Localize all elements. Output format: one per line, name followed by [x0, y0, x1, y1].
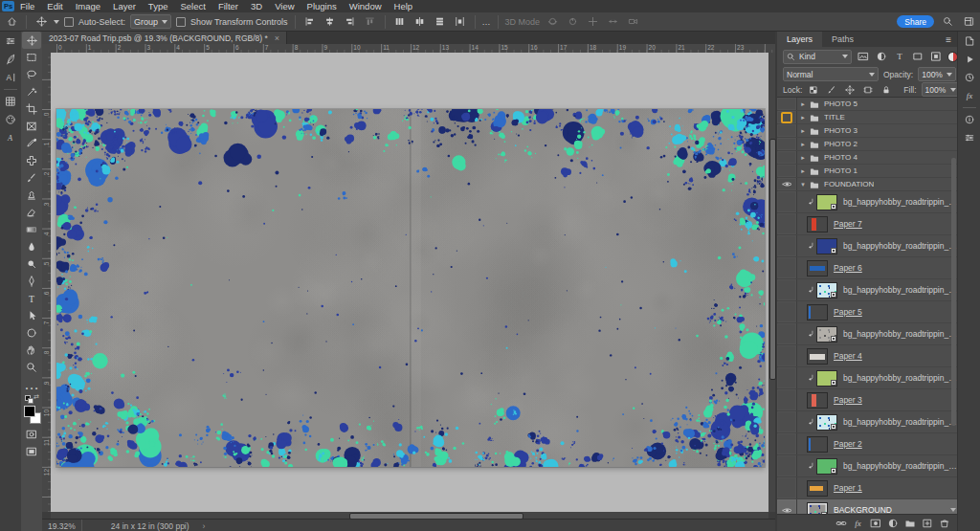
- layer-row-bg-happyhobby-roadtrippin-pp22[interactable]: bg_happyhobby_roadtrippin_pp22: [777, 323, 957, 345]
- tool-clone-stamp[interactable]: [22, 187, 41, 204]
- layer-name[interactable]: bg_happyhobby_roadtrippin_sp11 copy 2: [843, 461, 957, 471]
- layer-name[interactable]: FOUNDATION: [824, 180, 874, 188]
- layer-thumbnail[interactable]: [816, 282, 837, 299]
- tab-layers[interactable]: Layers: [777, 32, 822, 47]
- layer-row-paper-7[interactable]: Paper 7: [777, 213, 957, 235]
- visibility-toggle[interactable]: [777, 98, 797, 110]
- layer-thumbnail[interactable]: [816, 326, 837, 343]
- layer-name[interactable]: bg_happyhobby_roadtrippin_sp4 copy 2: [843, 241, 957, 251]
- visibility-eye-icon[interactable]: [777, 178, 797, 190]
- glyphs-panel-icon[interactable]: A: [1, 129, 20, 146]
- pasteboard[interactable]: [51, 53, 768, 512]
- layer-name[interactable]: bg_happyhobby_roadtrippin_pp22: [843, 329, 957, 339]
- tool-marquee[interactable]: [22, 49, 41, 66]
- tool-blur[interactable]: [22, 238, 41, 255]
- new-layer-button[interactable]: [920, 516, 934, 530]
- status-menu-chevron[interactable]: ›: [203, 521, 206, 531]
- layer-name[interactable]: Paper 7: [834, 219, 862, 229]
- menu-item-select[interactable]: Select: [180, 1, 205, 11]
- layer-name[interactable]: Paper 2: [834, 439, 862, 449]
- new-adjustment-layer-button[interactable]: [885, 516, 900, 530]
- filter-smart-objects-icon[interactable]: [929, 50, 943, 63]
- layer-name[interactable]: PHOTO 1: [824, 166, 858, 175]
- tool-shape-ellipse[interactable]: [22, 324, 41, 342]
- lock-transparency-icon[interactable]: [807, 83, 820, 97]
- layer-row-bg-happyhobby-roadtrippin-sp11-copy-2[interactable]: bg_happyhobby_roadtrippin_sp11 copy 2: [777, 455, 957, 477]
- adjustments-panel-icon[interactable]: [1, 33, 20, 50]
- auto-select-checkbox[interactable]: [64, 17, 74, 27]
- visibility-toggle[interactable]: [777, 191, 797, 212]
- visibility-toggle[interactable]: [777, 433, 797, 454]
- menu-item-image[interactable]: Image: [76, 1, 100, 11]
- default-colors-icon[interactable]: ⇄: [22, 393, 41, 403]
- tool-eyedropper[interactable]: [22, 135, 41, 152]
- visibility-toggle[interactable]: [777, 279, 797, 300]
- layer-thumbnail[interactable]: [807, 480, 828, 497]
- 3d-camera-icon[interactable]: [625, 14, 640, 30]
- visibility-toggle[interactable]: [777, 151, 797, 164]
- disclosure-triangle-icon[interactable]: ▸: [799, 167, 807, 175]
- distribute-top-button[interactable]: [392, 14, 408, 30]
- layer-filter-kind-select[interactable]: Kind: [783, 50, 852, 64]
- layer-row-paper-6[interactable]: Paper 6: [777, 257, 957, 279]
- tool-dodge[interactable]: [22, 255, 41, 273]
- layer-row-paper-4[interactable]: Paper 4: [777, 345, 957, 367]
- layer-thumbnail[interactable]: [807, 392, 828, 409]
- layer-name[interactable]: Paper 5: [834, 307, 862, 317]
- v-scrollbar[interactable]: [768, 53, 775, 512]
- swatches-panel-icon[interactable]: [1, 93, 20, 110]
- layer-name[interactable]: bg_happyhobby_roadtrippin_sp12 copy 3: [843, 373, 957, 383]
- tab-close-icon[interactable]: ×: [275, 33, 279, 43]
- h-scrollbar[interactable]: [51, 512, 768, 519]
- visibility-toggle[interactable]: [777, 165, 797, 177]
- layer-thumbnail[interactable]: [816, 370, 837, 387]
- layer-row-bg-happyhobby-roadtrippin-sp4-copy-2[interactable]: bg_happyhobby_roadtrippin_sp4 copy 2: [777, 235, 957, 257]
- group-row-title[interactable]: ▸TITLE: [777, 111, 957, 124]
- filter-shape-layers-icon[interactable]: [911, 50, 924, 63]
- layer-name[interactable]: bg_happyhobby_roadtrippin_pp11: [843, 417, 957, 427]
- visibility-toggle[interactable]: [777, 323, 797, 344]
- group-row-photo-5[interactable]: ▸PHOTO 5: [777, 98, 957, 111]
- info-panel-icon[interactable]: [960, 111, 979, 128]
- layer-thumbnail[interactable]: [807, 436, 828, 453]
- menu-item-layer[interactable]: Layer: [113, 1, 136, 11]
- disclosure-triangle-icon[interactable]: ▸: [799, 100, 807, 108]
- visibility-toggle[interactable]: [777, 389, 797, 410]
- visibility-toggle[interactable]: [777, 345, 797, 366]
- tool-frame[interactable]: [22, 118, 41, 135]
- disclosure-triangle-icon[interactable]: ▾: [799, 181, 807, 188]
- search-icon[interactable]: [940, 14, 955, 30]
- annotate-panel-icon[interactable]: [1, 51, 20, 68]
- tool-zoom[interactable]: [22, 359, 41, 376]
- layer-thumbnail[interactable]: [807, 260, 828, 277]
- show-transform-checkbox[interactable]: [176, 17, 186, 27]
- layer-thumbnail[interactable]: [816, 458, 837, 475]
- layer-name[interactable]: bg_happyhobby_roadtrippin_sp12 copy 4: [843, 197, 957, 207]
- menu-item-file[interactable]: File: [20, 1, 34, 11]
- layer-row-bg-happyhobby-roadtrippin-pp11[interactable]: bg_happyhobby_roadtrippin_pp11: [777, 411, 957, 433]
- layers-scrollbar-thumb[interactable]: [951, 158, 956, 426]
- lock-artboard-icon[interactable]: [861, 83, 875, 97]
- layer-thumbnail[interactable]: [807, 502, 828, 516]
- menu-item-view[interactable]: View: [275, 1, 294, 11]
- align-left-button[interactable]: [302, 14, 318, 30]
- layer-style-button[interactable]: fx: [851, 516, 865, 530]
- libraries-panel-icon[interactable]: [960, 33, 979, 50]
- foreground-background-colors[interactable]: [22, 405, 41, 426]
- tool-move[interactable]: [22, 32, 41, 49]
- visibility-toggle[interactable]: [777, 124, 797, 137]
- tool-preset-caret-icon[interactable]: [54, 20, 59, 24]
- 3d-orbit-icon[interactable]: [545, 14, 560, 30]
- layer-thumbnail[interactable]: [807, 348, 828, 365]
- delete-layer-button[interactable]: [937, 516, 951, 530]
- align-top-button[interactable]: [363, 14, 378, 30]
- tool-type[interactable]: T: [22, 290, 41, 307]
- v-scrollbar-thumb[interactable]: [769, 139, 776, 380]
- visibility-toggle[interactable]: [777, 477, 797, 498]
- tool-brush[interactable]: [22, 169, 41, 187]
- visibility-eye-icon[interactable]: [777, 499, 797, 515]
- group-row-photo-1[interactable]: ▸PHOTO 1: [777, 165, 957, 178]
- disclosure-triangle-icon[interactable]: ▸: [799, 114, 807, 122]
- group-row-photo-2[interactable]: ▸PHOTO 2: [777, 138, 957, 151]
- color-panel-icon[interactable]: [1, 111, 20, 128]
